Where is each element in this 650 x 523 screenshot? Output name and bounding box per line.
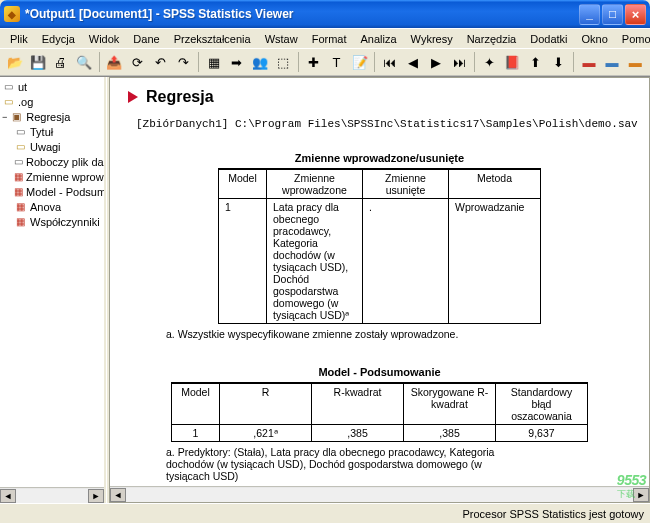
table2-footnote: a. Predyktory: (Stała), Lata pracy dla o… [166,446,526,482]
tree-item[interactable]: ▭Roboczy plik dany [0,154,104,169]
menu-analiza[interactable]: Analiza [355,31,403,47]
table-icon: ▦ [14,215,27,228]
table-model-summary[interactable]: Model R R-kwadrat Skorygowane R-kwadrat … [171,382,588,442]
menu-widok[interactable]: Widok [83,31,126,47]
page-icon: ▭ [2,80,15,93]
app-icon: ◆ [4,6,20,22]
content-pane[interactable]: Regresja [ZbiórDanych1] C:\Program Files… [110,77,650,503]
tree-item[interactable]: ▦Anova [0,199,104,214]
col-adjr2: Skorygowane R-kwadrat [404,383,496,425]
menu-dodatki[interactable]: Dodatki [524,31,573,47]
toolbar-separator [474,52,475,72]
outline-pane[interactable]: ▭ut ▭.og −▣Regresja ▭Tytuł ▭Uwagi ▭Roboc… [0,77,106,503]
cell-r2: ,385 [312,425,404,442]
menu-okno[interactable]: Okno [576,31,614,47]
table-icon: ▦ [14,170,23,183]
col-removed: Zmienne usunięte [363,169,449,199]
designate-icon[interactable]: ✦ [479,51,500,73]
outline-hscrollbar[interactable]: ◄ ► [0,487,104,503]
menu-przeksztalcenia[interactable]: Przekształcenia [168,31,257,47]
toolbar: 📂 💾 🖨 🔍 📤 ⟳ ↶ ↷ ▦ ➡ 👥 ⬚ ✚ T 📝 ⏮ ◀ ▶ ⏭ ✦ … [0,48,650,76]
tree-item[interactable]: ▦Zmienne wprowa [0,169,104,184]
tool-b-icon[interactable]: ▬ [601,51,622,73]
scroll-left-icon[interactable]: ◄ [110,488,126,502]
cell-model: 1 [219,199,267,324]
nav-prev-icon[interactable]: ◀ [402,51,423,73]
tree-item[interactable]: −▣Regresja [0,109,104,124]
menu-wykresy[interactable]: Wykresy [405,31,459,47]
window-title: *Output1 [Document1] - SPSS Statistics V… [25,7,579,21]
tool-a-icon[interactable]: ▬ [578,51,599,73]
variables-icon[interactable]: 👥 [249,51,270,73]
heading-arrow-icon [128,91,138,103]
menu-format[interactable]: Format [306,31,353,47]
tree-item[interactable]: ▭Uwagi [0,139,104,154]
goto-data-icon[interactable]: ▦ [203,51,224,73]
output-heading: Regresja [146,88,214,106]
demote-icon[interactable]: ⬇ [548,51,569,73]
toolbar-separator [99,52,100,72]
toolbar-separator [374,52,375,72]
cell-method: Wprowadzanie [449,199,541,324]
tree-item[interactable]: ▭.og [0,94,104,109]
nav-next-icon[interactable]: ▶ [425,51,446,73]
book-icon: ▣ [10,110,23,123]
scroll-left-icon[interactable]: ◄ [0,489,16,503]
print-icon[interactable]: 🖨 [50,51,71,73]
insert-heading-icon[interactable]: ✚ [303,51,324,73]
title-icon: ▭ [14,125,27,138]
cell-r: ,621ᵃ [220,425,312,442]
select-icon[interactable]: ⬚ [273,51,294,73]
tree-item[interactable]: ▦Model - Podsumo [0,184,104,199]
nav-first-icon[interactable]: ⏮ [379,51,400,73]
toolbar-separator [298,52,299,72]
col-r2: R-kwadrat [312,383,404,425]
window-buttons: _ □ × [579,4,646,25]
insert-text-icon[interactable]: 📝 [349,51,370,73]
cell-entered: Lata pracy dla obecnego pracodawcy, Kate… [267,199,363,324]
tree-item[interactable]: ▭ut [0,79,104,94]
page-icon: ▭ [14,155,23,168]
promote-icon[interactable]: ⬆ [525,51,546,73]
scroll-track[interactable] [16,489,88,503]
insert-title-icon[interactable]: T [326,51,347,73]
menu-narzedzia[interactable]: Narzędzia [461,31,523,47]
export-icon[interactable]: 📤 [104,51,125,73]
menu-wstaw[interactable]: Wstaw [259,31,304,47]
toolbar-separator [573,52,574,72]
work-area: ▭ut ▭.og −▣Regresja ▭Tytuł ▭Uwagi ▭Roboc… [0,76,650,503]
minimize-button[interactable]: _ [579,4,600,25]
nav-last-icon[interactable]: ⏭ [449,51,470,73]
toolbar-separator [198,52,199,72]
dataset-path: [ZbiórDanych1] C:\Program Files\SPSSInc\… [136,118,631,130]
note-icon: ▭ [2,95,15,108]
book-icon[interactable]: 📕 [502,51,523,73]
col-entered: Zmienne wprowadzone [267,169,363,199]
window-titlebar: ◆ *Output1 [Document1] - SPSS Statistics… [0,0,650,28]
menu-edycja[interactable]: Edycja [36,31,81,47]
col-r: R [220,383,312,425]
tree-item[interactable]: ▦Współczynniki [0,214,104,229]
menu-pomoc[interactable]: Pomoc [616,31,650,47]
watermark: 9553下载 [617,472,646,501]
recall-icon[interactable]: ⟳ [127,51,148,73]
close-button[interactable]: × [625,4,646,25]
save-icon[interactable]: 💾 [27,51,48,73]
table1-footnote: a. Wszystkie wyspecyfikowane zmienne zos… [166,328,526,340]
redo-icon[interactable]: ↷ [173,51,194,73]
goto-case-icon[interactable]: ➡ [226,51,247,73]
preview-icon[interactable]: 🔍 [73,51,94,73]
maximize-button[interactable]: □ [602,4,623,25]
tool-c-icon[interactable]: ▬ [625,51,646,73]
menu-dane[interactable]: Dane [127,31,165,47]
scroll-right-icon[interactable]: ► [88,489,104,503]
tree-item[interactable]: ▭Tytuł [0,124,104,139]
undo-icon[interactable]: ↶ [150,51,171,73]
table2-title: Model - Podsumowanie [128,366,631,378]
table-variables[interactable]: Model Zmienne wprowadzone Zmienne usunię… [218,168,541,324]
menu-plik[interactable]: Plik [4,31,34,47]
scroll-track[interactable] [126,488,633,502]
table1-title: Zmienne wprowadzone/usunięte [128,152,631,164]
open-icon[interactable]: 📂 [4,51,25,73]
content-hscrollbar[interactable]: ◄ ► [110,486,649,502]
